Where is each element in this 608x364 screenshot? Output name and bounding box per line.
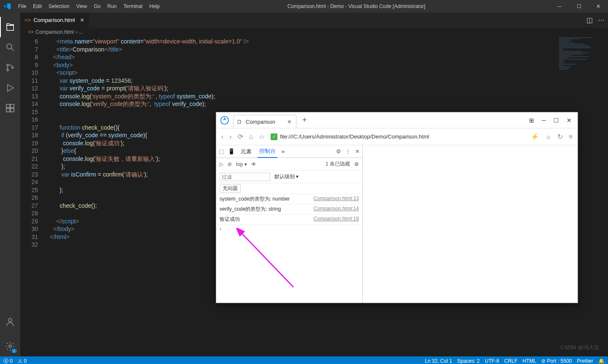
svg-point-3 bbox=[12, 67, 14, 68]
account-icon[interactable] bbox=[0, 312, 20, 332]
titlebar: File Edit Selection View Go Run Terminal… bbox=[0, 0, 608, 13]
new-tab-button[interactable]: + bbox=[302, 116, 307, 125]
settings-icon[interactable]: 1 bbox=[0, 336, 20, 356]
status-prettier[interactable]: Prettier bbox=[577, 358, 593, 364]
status-liveserver[interactable]: ⊘ Port : 5500 bbox=[541, 358, 572, 364]
svg-point-9 bbox=[9, 345, 11, 348]
status-errors[interactable]: ⓧ 0 bbox=[3, 358, 13, 364]
status-encoding[interactable]: UTF-8 bbox=[485, 358, 499, 364]
breadcrumb[interactable]: <> Comparison.html › ... bbox=[20, 27, 608, 37]
console-prompt[interactable]: › bbox=[216, 225, 362, 233]
status-spaces[interactable]: Spaces: 2 bbox=[457, 358, 480, 364]
menu-help[interactable]: Help bbox=[146, 3, 163, 9]
close-button[interactable]: ✕ bbox=[589, 3, 608, 9]
status-notifications-icon[interactable]: 🔔 bbox=[598, 358, 605, 364]
tab-console[interactable]: 控制台 bbox=[258, 145, 277, 158]
home-button[interactable]: ⌂ bbox=[249, 133, 253, 141]
console-row: 验证成功 Comparison.html:19 bbox=[216, 215, 362, 225]
svg-point-0 bbox=[7, 44, 12, 49]
tab-comparison-html[interactable]: <> Comparison.html ✕ bbox=[20, 13, 89, 27]
reload-button[interactable]: ⟳ bbox=[238, 133, 243, 141]
theme-icon[interactable]: ☼ bbox=[545, 133, 551, 141]
tab-elements[interactable]: 元素 bbox=[239, 145, 253, 158]
gear-icon[interactable]: ⚙ bbox=[354, 161, 359, 167]
browser-tab-title: Comparison bbox=[246, 119, 275, 125]
tab-close-icon[interactable]: ✕ bbox=[80, 17, 84, 23]
tab-close-icon[interactable]: ✕ bbox=[287, 119, 292, 125]
console-row: system_code的类型为: number Comparison.html:… bbox=[216, 194, 362, 204]
level-selector[interactable]: 默认级别 ▾ bbox=[274, 173, 299, 180]
search-icon[interactable] bbox=[0, 37, 20, 57]
forward-button[interactable]: › bbox=[229, 133, 231, 141]
eye-icon[interactable]: 👁 bbox=[251, 161, 256, 167]
minimize-button[interactable]: ─ bbox=[542, 117, 546, 124]
kebab-icon[interactable]: ⋮ bbox=[345, 148, 351, 155]
html-icon: <> bbox=[28, 29, 34, 35]
line-numbers: 6789101112131415161718192021222324252627… bbox=[20, 37, 46, 356]
menu-terminal[interactable]: Terminal bbox=[120, 3, 146, 9]
menu-bar: File Edit Selection View Go Run Terminal… bbox=[15, 3, 163, 9]
extensions-icon[interactable] bbox=[0, 98, 20, 118]
menu-file[interactable]: File bbox=[15, 3, 30, 9]
extensions-icon[interactable]: ⊞ bbox=[529, 117, 534, 124]
issues-button[interactable]: 无问题 bbox=[220, 184, 241, 193]
status-eol[interactable]: CRLF bbox=[504, 358, 517, 364]
menu-edit[interactable]: Edit bbox=[30, 3, 45, 9]
close-button[interactable]: ✕ bbox=[567, 117, 572, 124]
source-control-icon[interactable] bbox=[0, 57, 20, 78]
devtools: ⬚ 📱 元素 控制台 » ⚙ ⋮ ✕ ▷ ⊘ top ▾ 👁 1 条已隐藏 ⚙ bbox=[216, 145, 578, 303]
settings-icon[interactable]: ⚙ bbox=[336, 148, 341, 155]
bookmark-button[interactable]: ☆ bbox=[259, 133, 265, 141]
address-bar: ‹ › ⟳ ⌂ ☆ ✓ file:///C:/Users/Administrat… bbox=[216, 128, 578, 145]
svg-rect-4 bbox=[6, 104, 10, 108]
svg-point-2 bbox=[7, 69, 8, 71]
console-row: verify_code的类型为: string Comparison.html:… bbox=[216, 204, 362, 215]
close-devtools-icon[interactable]: ✕ bbox=[355, 148, 360, 155]
status-cursor[interactable]: Ln 32, Col 1 bbox=[425, 358, 452, 364]
inspect-icon[interactable]: ⬚ bbox=[219, 148, 224, 155]
back-button[interactable]: ‹ bbox=[221, 133, 223, 141]
browser-tab[interactable]: 🗋 Comparison ✕ bbox=[233, 115, 296, 128]
svg-rect-6 bbox=[6, 109, 10, 112]
status-language[interactable]: HTML bbox=[523, 358, 537, 364]
history-icon[interactable]: ↻ bbox=[557, 133, 563, 141]
page-icon: 🗋 bbox=[237, 119, 242, 125]
svg-point-8 bbox=[8, 318, 12, 322]
shield-icon: ✓ bbox=[271, 133, 277, 140]
menu-go[interactable]: Go bbox=[90, 3, 104, 9]
device-icon[interactable]: 📱 bbox=[228, 148, 235, 155]
menu-view[interactable]: View bbox=[73, 3, 90, 9]
run-debug-icon[interactable] bbox=[0, 78, 20, 98]
menu-icon[interactable]: ≡ bbox=[569, 133, 573, 141]
source-link[interactable]: Comparison.html:19 bbox=[314, 216, 359, 223]
hidden-count: 1 条已隐藏 bbox=[326, 160, 350, 168]
svg-rect-7 bbox=[11, 109, 14, 112]
url-input[interactable]: ✓ file:///C:/Users/Administrator/Desktop… bbox=[271, 133, 525, 140]
flash-icon[interactable]: ⚡ bbox=[531, 133, 539, 141]
maximize-button[interactable]: ☐ bbox=[554, 117, 559, 124]
status-warnings[interactable]: ⚠ 0 bbox=[18, 358, 27, 364]
more-actions-icon[interactable]: ⋯ bbox=[598, 16, 605, 24]
source-link[interactable]: Comparison.html:14 bbox=[314, 206, 359, 213]
browser-logo-icon bbox=[216, 116, 233, 125]
browser-window: 🗋 Comparison ✕ + ⊞ ─ ☐ ✕ ‹ › ⟳ ⌂ ☆ ✓ fil… bbox=[216, 112, 578, 303]
status-bar: ⓧ 0 ⚠ 0 Ln 32, Col 1 Spaces: 2 UTF-8 CRL… bbox=[0, 356, 608, 364]
play-icon[interactable]: ▷ bbox=[220, 161, 223, 167]
window-title: Comparison.html - Demo - Visual Studio C… bbox=[163, 3, 550, 9]
menu-run[interactable]: Run bbox=[104, 3, 120, 9]
console-output: system_code的类型为: number Comparison.html:… bbox=[216, 194, 362, 303]
page-content bbox=[363, 145, 578, 303]
menu-selection[interactable]: Selection bbox=[45, 3, 73, 9]
minimize-button[interactable]: ─ bbox=[550, 3, 569, 9]
context-selector[interactable]: top ▾ bbox=[236, 161, 247, 167]
clear-icon[interactable]: ⊘ bbox=[228, 161, 232, 167]
vscode-logo-icon bbox=[0, 3, 15, 10]
explorer-icon[interactable] bbox=[0, 17, 20, 37]
filter-input[interactable] bbox=[220, 173, 270, 181]
more-tabs-icon[interactable]: » bbox=[282, 148, 285, 155]
maximize-button[interactable]: ☐ bbox=[569, 3, 589, 9]
tab-label: Comparison.html bbox=[33, 17, 75, 23]
split-editor-icon[interactable]: ◫ bbox=[586, 16, 593, 24]
watermark: CSDN @冯大众 bbox=[560, 344, 600, 351]
source-link[interactable]: Comparison.html:13 bbox=[314, 196, 359, 203]
